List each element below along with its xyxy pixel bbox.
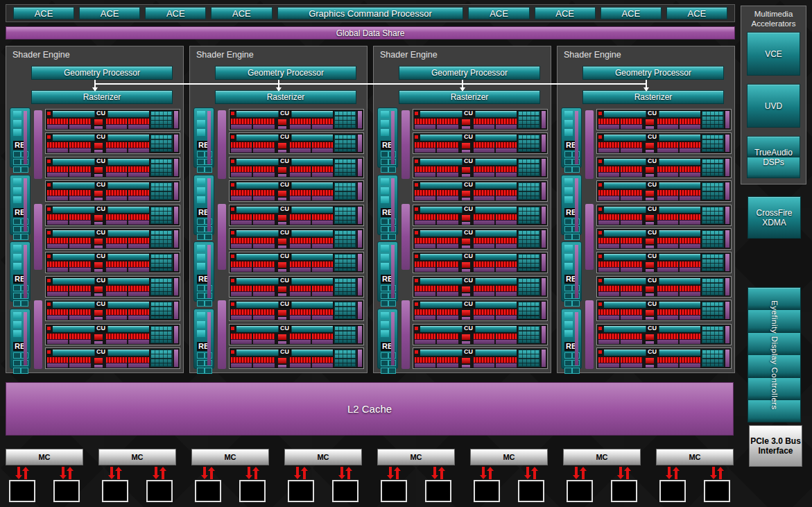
- chip-group: [704, 465, 730, 502]
- scalar-purple-strip: [462, 174, 470, 177]
- cu-bar: CU: [604, 278, 700, 284]
- texture-simd-block: [312, 119, 333, 129]
- scalar-purple-strip: [278, 293, 286, 296]
- cu-label: CU: [94, 348, 107, 356]
- texture-simd-block: [598, 309, 619, 320]
- mc-block: MC: [98, 449, 176, 465]
- chip-row: [6, 465, 83, 502]
- cu-register-cache-grid: [150, 230, 173, 248]
- rb-purple-strip: [391, 178, 395, 232]
- texture-unit-dot: [47, 302, 51, 306]
- cu-register-cache-grid: [334, 207, 356, 224]
- rb-cell: [13, 263, 21, 270]
- cu-register-cache-grid: [150, 278, 173, 295]
- scalar-purple-strip: [278, 365, 286, 368]
- cu-main: CU: [415, 111, 517, 128]
- cu-top-strip: CU: [231, 111, 333, 117]
- bidirectional-arrows: [712, 465, 722, 480]
- scalar-purple-strip: [94, 222, 103, 225]
- cu-row: CU: [229, 132, 364, 154]
- cu-top-strip: CU: [231, 230, 333, 237]
- cu-bar: CU: [53, 350, 149, 356]
- texture-simd-block: [598, 142, 619, 153]
- cu-top-strip: CU: [598, 302, 700, 308]
- cu-register-cache-grid: [150, 135, 173, 152]
- rb-cell: [564, 245, 573, 252]
- texture-simd-block: [496, 261, 517, 272]
- texture-simd-block: [128, 142, 149, 153]
- bidirectional-arrows: [482, 465, 492, 480]
- texture-simd-block: [128, 261, 149, 272]
- cu-label: CU: [278, 181, 291, 189]
- texture-unit-dot: [47, 183, 51, 187]
- cu-bar: CU: [53, 254, 149, 260]
- texture-simd-block: [621, 261, 641, 272]
- cu-simd-blocks: [47, 119, 149, 129]
- gpu-architecture-diagram: ACEACEACEACEGraphics Command ProcessorAC…: [0, 0, 812, 507]
- cu-simd-blocks: [598, 286, 700, 296]
- cu-register-cache-grid: [150, 302, 173, 319]
- texture-unit-dot: [231, 255, 234, 258]
- rb-grid-cell: [564, 226, 572, 232]
- cu-label: CU: [278, 205, 291, 213]
- rb-grid: [564, 352, 581, 374]
- cu-purple-strip: [725, 135, 729, 152]
- cu-bar: CU: [420, 278, 517, 284]
- texture-simd-block: [231, 286, 252, 296]
- rb-cell: [197, 321, 205, 328]
- arrow-up-icon: [396, 471, 399, 479]
- cu-bar: CU: [236, 326, 333, 332]
- cu-register-cache-grid: [702, 182, 724, 200]
- cu-simd-blocks: [598, 357, 700, 368]
- cu-scalar-unit: [276, 309, 288, 320]
- memory-chip: [381, 480, 407, 502]
- scalar-red-block: [462, 334, 470, 340]
- cu-top-strip: CU: [231, 207, 333, 213]
- texture-simd-block: [496, 238, 517, 248]
- cu-purple-strip: [174, 135, 178, 152]
- cu-top-strip: CU: [231, 278, 333, 284]
- graphics-command-processor: Graphics Command Processor: [277, 7, 464, 19]
- texture-simd-block: [69, 309, 90, 320]
- export-bus-strip: [401, 110, 410, 179]
- texture-simd-block: [657, 119, 678, 129]
- texture-simd-block: [253, 190, 274, 200]
- texture-simd-block: [496, 142, 517, 153]
- cu-simd-blocks: [598, 166, 700, 177]
- rb-purple-strip: [575, 245, 578, 298]
- cu-row: CU: [596, 205, 732, 226]
- cu-main: CU: [598, 278, 700, 295]
- texture-simd-block: [290, 238, 311, 248]
- scalar-purple-strip: [462, 269, 470, 272]
- rb-grid-cell: [205, 234, 212, 240]
- rb-purple-strip: [575, 312, 578, 366]
- cu-scalar-unit: [276, 261, 288, 272]
- rb-grid-cell: [381, 285, 388, 291]
- cu-register-cache-grid: [334, 135, 356, 152]
- texture-simd-block: [621, 238, 641, 248]
- rb-purple-strip: [391, 312, 395, 366]
- cu-simd-blocks: [415, 261, 517, 272]
- rb-block: RB: [10, 108, 31, 168]
- texture-simd-block: [47, 142, 68, 153]
- rb-column: RBRBRBRB: [193, 108, 214, 369]
- cu-main: CU: [598, 302, 700, 319]
- cu-purple-strip: [542, 302, 546, 319]
- chip-group: [288, 465, 314, 502]
- rb-grid-cell: [197, 300, 205, 307]
- cu-scalar-unit: [276, 142, 288, 153]
- shader-engine-title: Shader Engine: [564, 50, 621, 60]
- cu-row: CU: [229, 300, 364, 321]
- rb-grid: [381, 151, 397, 173]
- cu-top-strip: CU: [415, 111, 517, 117]
- cu-top-strip: CU: [415, 302, 517, 308]
- texture-simd-block: [312, 334, 333, 344]
- cu-bar: CU: [604, 230, 700, 237]
- arrow-down-icon: [62, 467, 64, 475]
- rb-grid-cell: [388, 234, 396, 240]
- texture-simd-block: [253, 309, 274, 320]
- cu-row: CU: [596, 347, 732, 369]
- texture-simd-block: [621, 166, 641, 177]
- cu-scalar-unit: [643, 142, 656, 153]
- cu-purple-strip: [358, 135, 362, 152]
